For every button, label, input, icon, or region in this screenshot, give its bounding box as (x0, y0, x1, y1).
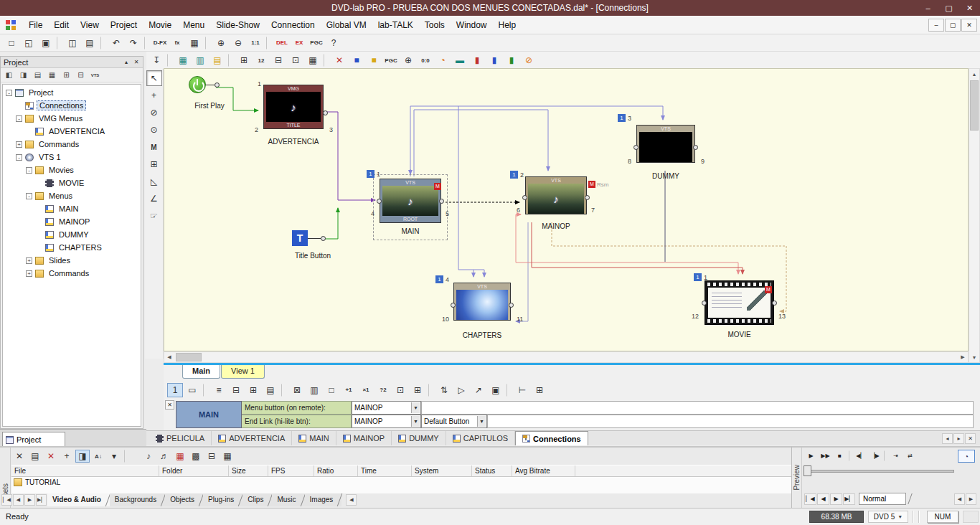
column-fps[interactable]: FPS (268, 465, 314, 476)
list-button[interactable]: ▥ (306, 383, 322, 397)
preview-scroll-right-button[interactable]: ▶ (966, 493, 976, 505)
frame-button[interactable]: ⊠ (289, 383, 305, 397)
column-file[interactable]: File (11, 465, 159, 476)
menu-item[interactable]: Tools (419, 18, 451, 32)
tree-item[interactable]: MOVIE (3, 176, 141, 189)
open-button[interactable]: ◱ (21, 36, 37, 50)
node-movie[interactable]: 1 1 M 12 13 MOVIE (705, 280, 774, 342)
menu-thumbnail-frame[interactable]: VTS ♪ ROOT (380, 179, 441, 223)
delete-link-button[interactable]: ✕ (331, 53, 347, 67)
route-button[interactable]: ▷ (453, 383, 469, 397)
separator[interactable] (144, 37, 149, 49)
delete-item-button[interactable]: ◨ (17, 69, 30, 81)
snap-button[interactable]: 12 (253, 53, 269, 67)
node-dummy[interactable]: 1 3 VTS 8 9 DUMMY (636, 125, 695, 186)
delete-link-tool[interactable]: ⊘ (146, 105, 162, 120)
scroll-down-button[interactable]: ▼ (969, 352, 979, 362)
calendar-button[interactable]: ▤ (209, 53, 225, 67)
default-button-select[interactable]: Default Button▼ (421, 415, 487, 428)
minimize-button[interactable]: – (918, 0, 938, 16)
asset-category-tab[interactable]: Backgrounds (110, 493, 165, 506)
fast-forward-button[interactable]: ▶▶ (819, 450, 832, 462)
copy-button[interactable]: ◫ (65, 36, 80, 50)
step-back-button[interactable]: ◀▏ (854, 450, 867, 462)
tree-expander[interactable] (26, 257, 32, 264)
tab-next-button[interactable]: ▶ (24, 494, 35, 506)
anchor-button[interactable]: ⊢ (514, 383, 530, 397)
separator[interactable] (266, 37, 271, 49)
component-tool[interactable]: ⊞ (146, 156, 162, 172)
connector-dot[interactable] (215, 82, 220, 88)
dfx-button[interactable]: D-FX (152, 36, 168, 50)
frame-grid-button[interactable]: ▦ (173, 450, 187, 463)
align-grid-button[interactable]: ⊞ (245, 383, 261, 397)
link-preview-button[interactable]: ⇄ (903, 450, 917, 462)
collapse-tree-button[interactable]: ▦ (45, 69, 59, 81)
tree-expander[interactable] (26, 270, 32, 277)
separator[interactable] (205, 37, 210, 49)
tree-item[interactable]: Slides (3, 254, 141, 267)
properties-close-button[interactable]: ✕ (165, 400, 174, 410)
undo-button[interactable]: ↶ (108, 36, 124, 50)
tree-expander[interactable] (26, 167, 32, 174)
chevron-down-icon[interactable]: ▼ (411, 402, 420, 413)
fx-button[interactable]: fx (169, 36, 185, 50)
column-ratio[interactable]: Ratio (314, 465, 358, 476)
ex-button[interactable]: EX (291, 36, 307, 50)
tab-project[interactable]: Project (2, 432, 65, 447)
times-one-button[interactable]: ×1 (358, 383, 374, 397)
connector-dot[interactable] (633, 145, 639, 150)
draw-link-tool[interactable]: + (146, 88, 162, 103)
document-tab[interactable]: Connections (515, 431, 588, 445)
tabs-close-button[interactable]: ✕ (965, 433, 976, 444)
zoom-in-button[interactable]: ⊕ (213, 36, 229, 50)
vts-label-button[interactable]: VTS (88, 69, 102, 81)
auto-link-button[interactable]: ⊕ (400, 53, 416, 67)
tree-item[interactable]: MAIN (3, 202, 141, 215)
split-button[interactable]: ⊟ (270, 53, 286, 67)
separator[interactable] (57, 37, 62, 49)
menu-item[interactable]: Global VM (321, 18, 372, 32)
asset-category-tab[interactable]: Music (272, 493, 304, 506)
connector-dot[interactable] (693, 145, 698, 150)
document-tab[interactable]: ADVERTENCIA (212, 431, 292, 445)
assets-close-button[interactable]: ✕ (12, 450, 27, 463)
add-vts-button[interactable]: ⊞ (60, 69, 73, 81)
vm-command-tool[interactable]: M (146, 139, 162, 155)
connector-dot[interactable] (509, 303, 514, 308)
node-chapters[interactable]: 1 4 VTS 10 11 CHAPTERS (453, 283, 511, 344)
next-frame-button[interactable]: ▶ (830, 493, 842, 505)
film-button[interactable]: ▩ (189, 450, 203, 463)
first-play-icon[interactable] (189, 76, 206, 93)
menu-item[interactable]: Menu (177, 18, 210, 32)
panel-close-button[interactable]: ✕ (131, 57, 141, 67)
end-link-select[interactable]: MAINOP▼ (352, 415, 421, 428)
first-frame-button[interactable]: ▏◀ (804, 493, 816, 505)
pin-layout-button[interactable]: ↧ (149, 53, 164, 67)
menu-item[interactable]: lab-TALK (372, 18, 419, 32)
document-tab[interactable]: DUMMY (392, 431, 446, 445)
chart-blue-button[interactable]: ▮ (486, 53, 502, 67)
movie-filmstrip[interactable] (705, 280, 774, 325)
actual-size-button[interactable]: 1:1 (248, 36, 263, 50)
tree-item[interactable]: Commands (3, 267, 141, 280)
connector-dot[interactable] (451, 303, 456, 308)
chevron-down-icon[interactable]: ▼ (477, 416, 486, 427)
asset-category-tab[interactable]: Objects (165, 493, 203, 506)
tree-item[interactable]: VTS 1 (3, 151, 141, 164)
tree-expander[interactable] (16, 115, 22, 122)
tree-item[interactable]: VMG Menus (3, 112, 141, 125)
connections-canvas[interactable]: First Play 1 VMG ♪ TITLE 2 3 ADVERTENCIA… (164, 68, 969, 351)
grid-view-button[interactable]: ▦ (220, 450, 235, 463)
document-tab[interactable]: MAIN (292, 431, 336, 445)
save-button[interactable]: ▣ (38, 36, 54, 50)
connector-dot[interactable] (323, 110, 328, 115)
asset-category-tab[interactable]: Video & Audio (47, 493, 110, 506)
column-time[interactable]: Time (358, 465, 412, 476)
paste-button[interactable]: ▤ (82, 36, 98, 50)
remove-asset-button[interactable]: ✕ (44, 450, 58, 463)
column-size[interactable]: Size (229, 465, 268, 476)
chevron-down-icon[interactable]: ▼ (411, 416, 420, 427)
zoom-tool[interactable]: ⊙ (146, 122, 162, 138)
swap-button[interactable]: ⇅ (436, 383, 452, 397)
